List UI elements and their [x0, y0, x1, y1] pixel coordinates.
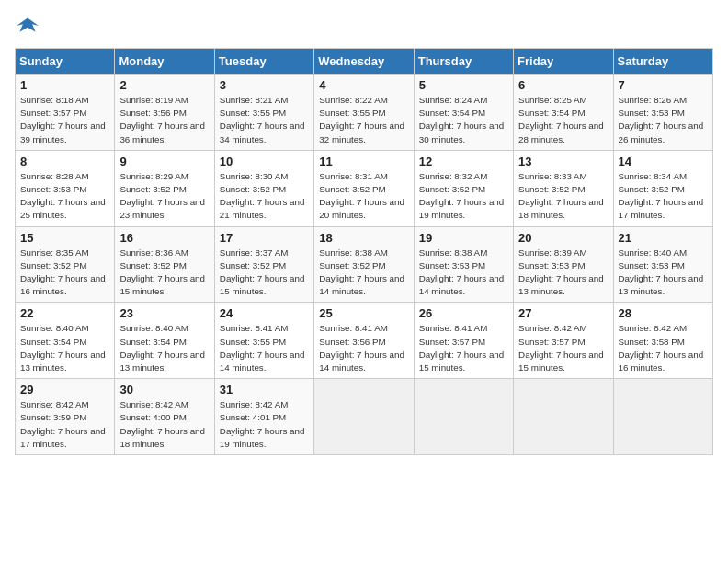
calendar-cell: 12Sunrise: 8:32 AMSunset: 3:52 PMDayligh… [414, 150, 513, 226]
day-number: 13 [518, 155, 608, 168]
calendar-cell: 13Sunrise: 8:33 AMSunset: 3:52 PMDayligh… [514, 150, 613, 226]
calendar-cell: 24Sunrise: 8:41 AMSunset: 3:55 PMDayligh… [214, 303, 313, 379]
day-number: 10 [220, 155, 309, 168]
day-number: 7 [619, 78, 708, 92]
calendar-cell: 18Sunrise: 8:38 AMSunset: 3:52 PMDayligh… [314, 226, 414, 303]
calendar-cell: 8Sunrise: 8:28 AMSunset: 3:53 PMDaylight… [16, 150, 115, 226]
calendar-cell: 15Sunrise: 8:35 AMSunset: 3:52 PMDayligh… [16, 226, 115, 303]
day-number: 11 [319, 155, 408, 168]
day-info: Sunrise: 8:36 AMSunset: 3:52 PMDaylight:… [119, 247, 209, 299]
calendar-cell: 21Sunrise: 8:40 AMSunset: 3:53 PMDayligh… [613, 226, 712, 303]
calendar-cell [314, 379, 414, 455]
svg-marker-0 [17, 17, 39, 31]
calendar-cell: 23Sunrise: 8:40 AMSunset: 3:54 PMDayligh… [115, 303, 214, 379]
day-number: 29 [20, 383, 109, 396]
day-info: Sunrise: 8:31 AMSunset: 3:52 PMDaylight:… [319, 170, 408, 223]
page-header [15, 15, 713, 37]
day-info: Sunrise: 8:24 AMSunset: 3:54 PMDaylight:… [419, 94, 508, 146]
day-number: 30 [119, 383, 209, 396]
day-number: 1 [20, 78, 109, 92]
calendar-cell: 26Sunrise: 8:41 AMSunset: 3:57 PMDayligh… [414, 303, 513, 379]
calendar-cell [414, 379, 513, 455]
calendar-cell: 29Sunrise: 8:42 AMSunset: 3:59 PMDayligh… [16, 379, 115, 455]
day-number: 21 [619, 231, 708, 245]
day-number: 9 [119, 155, 209, 168]
day-info: Sunrise: 8:42 AMSunset: 4:01 PMDaylight:… [220, 398, 309, 451]
weekday-header-monday: Monday [115, 49, 214, 75]
calendar-cell: 31Sunrise: 8:42 AMSunset: 4:01 PMDayligh… [214, 379, 313, 455]
logo-bird-icon [17, 15, 39, 37]
day-info: Sunrise: 8:32 AMSunset: 3:52 PMDaylight:… [419, 170, 508, 223]
day-info: Sunrise: 8:39 AMSunset: 3:53 PMDaylight:… [518, 247, 608, 299]
day-number: 15 [20, 231, 109, 245]
day-info: Sunrise: 8:35 AMSunset: 3:52 PMDaylight:… [20, 247, 109, 299]
calendar-cell: 25Sunrise: 8:41 AMSunset: 3:56 PMDayligh… [314, 303, 414, 379]
day-info: Sunrise: 8:42 AMSunset: 3:58 PMDaylight:… [619, 322, 708, 374]
day-number: 20 [518, 231, 608, 245]
day-number: 14 [619, 155, 708, 168]
day-info: Sunrise: 8:29 AMSunset: 3:52 PMDaylight:… [119, 170, 209, 223]
day-number: 23 [119, 306, 209, 320]
day-info: Sunrise: 8:38 AMSunset: 3:53 PMDaylight:… [419, 247, 508, 299]
day-number: 8 [20, 155, 109, 168]
calendar-cell [514, 379, 613, 455]
day-number: 17 [220, 231, 309, 245]
day-info: Sunrise: 8:38 AMSunset: 3:52 PMDaylight:… [319, 247, 408, 299]
day-info: Sunrise: 8:25 AMSunset: 3:54 PMDaylight:… [518, 94, 608, 146]
logo [15, 15, 39, 37]
calendar-cell: 14Sunrise: 8:34 AMSunset: 3:52 PMDayligh… [613, 150, 712, 226]
calendar-cell: 19Sunrise: 8:38 AMSunset: 3:53 PMDayligh… [414, 226, 513, 303]
calendar-cell: 6Sunrise: 8:25 AMSunset: 3:54 PMDaylight… [514, 75, 613, 151]
day-number: 22 [20, 306, 109, 320]
weekday-header-tuesday: Tuesday [214, 49, 313, 75]
day-info: Sunrise: 8:33 AMSunset: 3:52 PMDaylight:… [518, 170, 608, 223]
calendar-cell: 1Sunrise: 8:18 AMSunset: 3:57 PMDaylight… [16, 75, 115, 151]
day-number: 24 [220, 306, 309, 320]
day-info: Sunrise: 8:40 AMSunset: 3:54 PMDaylight:… [119, 322, 209, 374]
day-info: Sunrise: 8:42 AMSunset: 3:57 PMDaylight:… [518, 322, 608, 374]
day-number: 4 [319, 78, 408, 92]
calendar-cell: 27Sunrise: 8:42 AMSunset: 3:57 PMDayligh… [514, 303, 613, 379]
day-info: Sunrise: 8:28 AMSunset: 3:53 PMDaylight:… [20, 170, 109, 223]
calendar-cell: 28Sunrise: 8:42 AMSunset: 3:58 PMDayligh… [613, 303, 712, 379]
calendar-cell: 10Sunrise: 8:30 AMSunset: 3:52 PMDayligh… [214, 150, 313, 226]
calendar-week-4: 22Sunrise: 8:40 AMSunset: 3:54 PMDayligh… [16, 303, 713, 379]
day-info: Sunrise: 8:41 AMSunset: 3:55 PMDaylight:… [220, 322, 309, 374]
day-info: Sunrise: 8:41 AMSunset: 3:57 PMDaylight:… [419, 322, 508, 374]
day-info: Sunrise: 8:42 AMSunset: 4:00 PMDaylight:… [119, 398, 209, 451]
day-info: Sunrise: 8:37 AMSunset: 3:52 PMDaylight:… [220, 247, 309, 299]
day-number: 19 [419, 231, 508, 245]
day-info: Sunrise: 8:21 AMSunset: 3:55 PMDaylight:… [220, 94, 309, 146]
day-number: 5 [419, 78, 508, 92]
calendar-cell: 30Sunrise: 8:42 AMSunset: 4:00 PMDayligh… [115, 379, 214, 455]
calendar-cell: 3Sunrise: 8:21 AMSunset: 3:55 PMDaylight… [214, 75, 313, 151]
day-info: Sunrise: 8:19 AMSunset: 3:56 PMDaylight:… [119, 94, 209, 146]
calendar-table: SundayMondayTuesdayWednesdayThursdayFrid… [15, 48, 713, 455]
calendar-cell: 2Sunrise: 8:19 AMSunset: 3:56 PMDaylight… [115, 75, 214, 151]
calendar-cell: 9Sunrise: 8:29 AMSunset: 3:52 PMDaylight… [115, 150, 214, 226]
calendar-cell: 5Sunrise: 8:24 AMSunset: 3:54 PMDaylight… [414, 75, 513, 151]
day-info: Sunrise: 8:34 AMSunset: 3:52 PMDaylight:… [619, 170, 708, 223]
day-number: 27 [518, 306, 608, 320]
day-info: Sunrise: 8:18 AMSunset: 3:57 PMDaylight:… [20, 94, 109, 146]
day-number: 16 [119, 231, 209, 245]
day-info: Sunrise: 8:40 AMSunset: 3:54 PMDaylight:… [20, 322, 109, 374]
calendar-cell: 17Sunrise: 8:37 AMSunset: 3:52 PMDayligh… [214, 226, 313, 303]
day-number: 31 [220, 383, 309, 396]
calendar-cell [613, 379, 712, 455]
day-number: 2 [119, 78, 209, 92]
day-number: 3 [220, 78, 309, 92]
calendar-cell: 22Sunrise: 8:40 AMSunset: 3:54 PMDayligh… [16, 303, 115, 379]
day-info: Sunrise: 8:30 AMSunset: 3:52 PMDaylight:… [220, 170, 309, 223]
day-number: 28 [619, 306, 708, 320]
weekday-header-friday: Friday [514, 49, 613, 75]
day-number: 18 [319, 231, 408, 245]
weekday-header-wednesday: Wednesday [314, 49, 414, 75]
calendar-week-3: 15Sunrise: 8:35 AMSunset: 3:52 PMDayligh… [16, 226, 713, 303]
calendar-cell: 16Sunrise: 8:36 AMSunset: 3:52 PMDayligh… [115, 226, 214, 303]
weekday-header-row: SundayMondayTuesdayWednesdayThursdayFrid… [16, 49, 713, 75]
day-info: Sunrise: 8:41 AMSunset: 3:56 PMDaylight:… [319, 322, 408, 374]
weekday-header-sunday: Sunday [16, 49, 115, 75]
calendar-week-5: 29Sunrise: 8:42 AMSunset: 3:59 PMDayligh… [16, 379, 713, 455]
day-info: Sunrise: 8:26 AMSunset: 3:53 PMDaylight:… [619, 94, 708, 146]
